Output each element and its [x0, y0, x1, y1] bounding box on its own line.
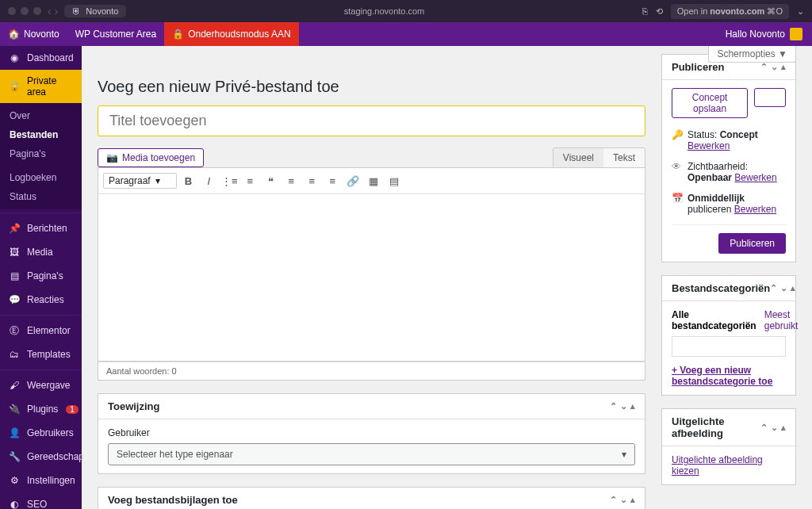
owner-label: Gebruiker: [108, 427, 150, 438]
home-icon: 🏠: [8, 29, 20, 40]
adminbar-site[interactable]: 🏠 Novonto: [0, 22, 67, 46]
italic-button[interactable]: I: [199, 171, 218, 190]
cat-tab-all[interactable]: Alle bestandcategoriën: [672, 309, 756, 331]
adminbar-wpca[interactable]: WP Customer Area: [67, 22, 164, 46]
format-select[interactable]: Paragraaf ▾: [103, 173, 177, 189]
menu-seo[interactable]: ◐SEO: [0, 492, 82, 509]
bullet-list-button[interactable]: ⋮≡: [220, 171, 239, 190]
menu-plugins[interactable]: 🔌Plugins1: [0, 397, 82, 421]
comment-icon: 💬: [8, 293, 21, 306]
menu-dashboard[interactable]: ◉ Dashboard: [0, 46, 82, 70]
media-icon: 🖼: [8, 246, 21, 258]
lock-icon: 🔒: [8, 80, 21, 93]
chevron-down-icon[interactable]: ⌄: [797, 6, 804, 17]
shield-icon: ⛨: [72, 6, 81, 16]
submenu-bestanden[interactable]: Bestanden: [0, 125, 82, 144]
set-featured-image-link[interactable]: Uitgelichte afbeelding kiezen: [672, 454, 763, 476]
align-center-button[interactable]: ≡: [302, 171, 321, 190]
traffic-light-close[interactable]: [8, 7, 16, 15]
preview-button[interactable]: [754, 88, 786, 107]
toewijzing-title: Toewijzing: [108, 400, 159, 412]
chevron-up-icon[interactable]: ⌃: [760, 423, 768, 433]
screen-options-toggle[interactable]: Schermopties ▼: [708, 46, 796, 63]
adminbar-account[interactable]: Hallo Novonto: [716, 28, 812, 40]
categories-title: Bestandscategoriën: [672, 282, 770, 294]
chevron-up-icon[interactable]: ⌃: [770, 283, 777, 293]
chevron-up-icon[interactable]: ⌃: [760, 62, 768, 72]
traffic-light-max[interactable]: [33, 7, 41, 15]
edit-status-link[interactable]: Bewerken: [688, 140, 730, 151]
chevron-down-icon[interactable]: ⌄: [780, 283, 787, 293]
category-list: [672, 336, 786, 357]
blockquote-button[interactable]: ❝: [261, 171, 280, 190]
edit-schedule-link[interactable]: Bewerken: [734, 204, 776, 215]
menu-reacties[interactable]: 💬Reacties: [0, 288, 82, 312]
lock-icon: 🔒: [172, 29, 184, 40]
menu-berichten[interactable]: 📌Berichten: [0, 216, 82, 240]
menu-weergave[interactable]: 🖌Weergave: [0, 373, 82, 397]
plug-icon: 🔌: [8, 403, 21, 415]
chevron-up-icon[interactable]: ⌃: [610, 495, 617, 505]
content-editor[interactable]: [98, 194, 645, 361]
chevron-down-icon[interactable]: ⌄: [620, 401, 627, 411]
chevron-down-icon[interactable]: ⌄: [771, 423, 778, 433]
page-title: Voeg een nieuw Privé-bestand toe: [98, 78, 645, 96]
link-button[interactable]: 🔗: [343, 171, 362, 190]
caret-up-icon[interactable]: ▴: [630, 495, 635, 505]
add-category-link[interactable]: + Voeg een nieuw bestandscategorie toe: [672, 365, 772, 387]
camera-icon: 📷: [106, 152, 118, 163]
url-display[interactable]: staging.novonto.com: [132, 6, 635, 16]
caret-up-icon[interactable]: ▴: [781, 423, 786, 433]
submenu-logboeken[interactable]: Logboeken: [0, 168, 82, 187]
align-left-button[interactable]: ≡: [282, 171, 301, 190]
menu-private-area[interactable]: 🔒 Private area: [0, 70, 82, 103]
caret-up-icon[interactable]: ▴: [791, 283, 795, 293]
traffic-light-min[interactable]: [21, 7, 29, 15]
add-media-button[interactable]: 📷 Media toevoegen: [98, 148, 204, 167]
caret-up-icon[interactable]: ▴: [630, 401, 635, 411]
align-right-button[interactable]: ≡: [323, 171, 342, 190]
templates-icon: 🗂: [8, 348, 21, 361]
menu-instellingen[interactable]: ⚙Instellingen: [0, 469, 82, 492]
submenu-paginas[interactable]: Pagina's: [0, 144, 82, 163]
elementor-icon: Ⓔ: [8, 324, 21, 337]
maintenance-badge[interactable]: 🔒 Onderhoudsmodus AAN: [164, 22, 298, 46]
calendar-icon: 📅: [672, 193, 683, 204]
menu-gebruikers[interactable]: 👤Gebruikers: [0, 421, 82, 445]
more-button[interactable]: ▦: [364, 171, 383, 190]
tab-visual[interactable]: Visueel: [553, 148, 603, 167]
post-title-input[interactable]: [98, 105, 645, 136]
dashboard-icon: ◉: [8, 52, 21, 64]
open-in-button[interactable]: Open in novonto.com ⌘O: [671, 4, 789, 19]
owner-type-select[interactable]: Selecteer het type eigenaar: [108, 443, 635, 465]
menu-elementor[interactable]: ⒺElementor: [0, 319, 82, 343]
menu-gereedschap[interactable]: 🔧Gereedschap: [0, 445, 82, 469]
save-draft-button[interactable]: Concept opslaan: [672, 88, 748, 118]
nav-fwd-icon[interactable]: ›: [55, 5, 59, 17]
caret-up-icon[interactable]: ▴: [781, 62, 786, 72]
tab-text[interactable]: Tekst: [603, 148, 645, 167]
edit-visibility-link[interactable]: Bewerken: [734, 172, 776, 183]
cat-tab-most[interactable]: Meest gebruikt: [764, 309, 799, 331]
menu-media[interactable]: 🖼Media: [0, 240, 82, 264]
submenu-status[interactable]: Status: [0, 187, 82, 206]
attachments-title: Voeg bestandsbijlagen toe: [108, 494, 238, 506]
user-icon: 👤: [8, 427, 21, 439]
menu-paginas[interactable]: ▤Pagina's: [0, 264, 82, 288]
chevron-down-icon[interactable]: ⌄: [620, 495, 627, 505]
page-icon: ▤: [8, 270, 21, 282]
brush-icon: 🖌: [8, 379, 21, 392]
browser-tab[interactable]: ⛨ Novonto: [64, 5, 126, 17]
menu-templates[interactable]: 🗂Templates: [0, 343, 82, 366]
number-list-button[interactable]: ≡: [240, 171, 259, 190]
toolbar-toggle-button[interactable]: ▤: [385, 171, 404, 190]
bold-button[interactable]: B: [178, 171, 197, 190]
chevron-down-icon[interactable]: ⌄: [771, 62, 778, 72]
publish-button[interactable]: Publiceren: [718, 233, 786, 254]
submenu-over[interactable]: Over: [0, 106, 82, 125]
seo-icon: ◐: [8, 498, 21, 509]
reader-icon[interactable]: ⎘: [642, 6, 648, 16]
nav-back-icon[interactable]: ‹: [48, 5, 52, 17]
link-icon[interactable]: ⟲: [656, 6, 663, 17]
chevron-up-icon[interactable]: ⌃: [610, 401, 617, 411]
